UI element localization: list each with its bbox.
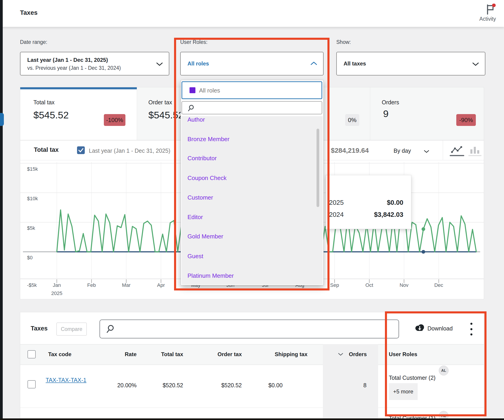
chevron-down-icon [424, 150, 429, 153]
show-value: All taxes [344, 60, 366, 67]
select-all-checkbox[interactable] [28, 350, 36, 358]
tooltip-value-1: $0.00 [387, 199, 403, 208]
annotation-box-user-roles-filter [174, 38, 330, 290]
column-header-tax-code[interactable]: Tax code [48, 350, 71, 358]
cell-total-tax: $520.52 [146, 381, 183, 389]
legend-label: Last year (Jan 1 - Dec 31, 2025) [89, 148, 170, 154]
orders-value: 9 [383, 108, 389, 119]
tooltip-year-1: 2025 [329, 199, 344, 208]
cell-rate: 20.00% [109, 381, 137, 389]
svg-text:$5k: $5k [27, 225, 35, 231]
table-search-box[interactable] [100, 319, 399, 338]
chart-tooltip: 2025 $0.00 2024 $3,842.03 [326, 175, 411, 229]
svg-text:Jan: Jan [53, 282, 61, 288]
summary-card-total-tax[interactable]: Total tax $545.52 -100% [20, 87, 137, 140]
tooltip-year-2: 2024 [329, 211, 344, 220]
annotation-box-user-roles-column [385, 311, 486, 416]
chart-total: $284,219.64 [331, 147, 369, 154]
activity-label[interactable]: Activity [472, 16, 504, 22]
total-tax-value: $545.52 [33, 109, 69, 121]
row-checkbox[interactable] [28, 380, 36, 388]
svg-text:Nov: Nov [399, 282, 408, 288]
selected-card-indicator [20, 87, 137, 89]
cell-shipping-tax: $0.00 [268, 381, 283, 389]
svg-text:2025: 2025 [51, 290, 62, 296]
order-tax-label: Order tax [148, 99, 172, 106]
svg-text:Feb: Feb [87, 282, 96, 288]
orders-change-badge: -90% [456, 114, 476, 126]
table-search-input[interactable] [118, 320, 393, 338]
column-header-rate[interactable]: Rate [109, 350, 137, 358]
svg-text:Dec: Dec [434, 282, 443, 288]
svg-text:$0: $0 [27, 255, 32, 260]
column-header-orders[interactable]: Orders [345, 350, 367, 358]
cell-order-tax: $520.52 [205, 381, 242, 389]
search-icon [106, 324, 115, 334]
chart-title: Total tax [34, 146, 59, 153]
chevron-down-icon [156, 62, 163, 66]
bottom-window-edge [0, 418, 504, 420]
page-title: Taxes [20, 9, 37, 16]
compare-button[interactable]: Compare [56, 323, 87, 336]
date-range-compare-value: vs. Previous year (Jan 1 - Dec 31, 2024) [27, 65, 121, 71]
total-tax-label: Total tax [33, 99, 54, 106]
date-range-label: Date range: [20, 39, 47, 45]
date-range-select[interactable]: Last year (Jan 1 - Dec 31, 2025) vs. Pre… [20, 52, 169, 75]
interval-select[interactable]: By day [394, 148, 411, 154]
svg-text:-$5k: -$5k [27, 282, 37, 288]
tax-code-link[interactable]: TAX-TAX-TAX-1 [46, 375, 92, 385]
svg-text:Apr: Apr [157, 282, 165, 288]
activity-button[interactable] [485, 4, 496, 15]
column-header-order-tax[interactable]: Order tax [205, 350, 242, 358]
date-range-value: Last year (Jan 1 - Dec 31, 2025) [27, 57, 108, 63]
column-header-shipping-tax[interactable]: Shipping tax [259, 350, 307, 358]
shipping-tax-change-badge: 0% [345, 114, 359, 126]
show-select[interactable]: All taxes [336, 52, 485, 75]
admin-sidebar-edge [0, 0, 3, 418]
tooltip-value-2: $3,842.03 [374, 211, 403, 220]
svg-text:Sep: Sep [330, 282, 339, 288]
svg-text:Mar: Mar [122, 282, 131, 288]
bar-chart-icon[interactable] [470, 146, 480, 154]
svg-text:Oct: Oct [365, 282, 373, 288]
cell-orders: 8 [341, 381, 366, 389]
admin-sidebar-tab[interactable] [0, 113, 4, 126]
column-header-total-tax[interactable]: Total tax [146, 350, 183, 358]
table-title: Taxes [31, 325, 48, 332]
orders-label: Orders [382, 99, 399, 106]
chevron-down-icon [472, 62, 479, 66]
activity-flag-icon [485, 4, 496, 15]
svg-text:$10k: $10k [27, 196, 38, 201]
line-chart-icon[interactable] [451, 146, 463, 154]
total-tax-change-badge: -100% [104, 114, 126, 126]
sort-descending-icon [338, 353, 343, 356]
svg-text:$15k: $15k [27, 166, 38, 172]
legend-checkbox[interactable] [77, 146, 85, 154]
top-bar [0, 0, 504, 27]
show-label: Show: [336, 39, 351, 45]
